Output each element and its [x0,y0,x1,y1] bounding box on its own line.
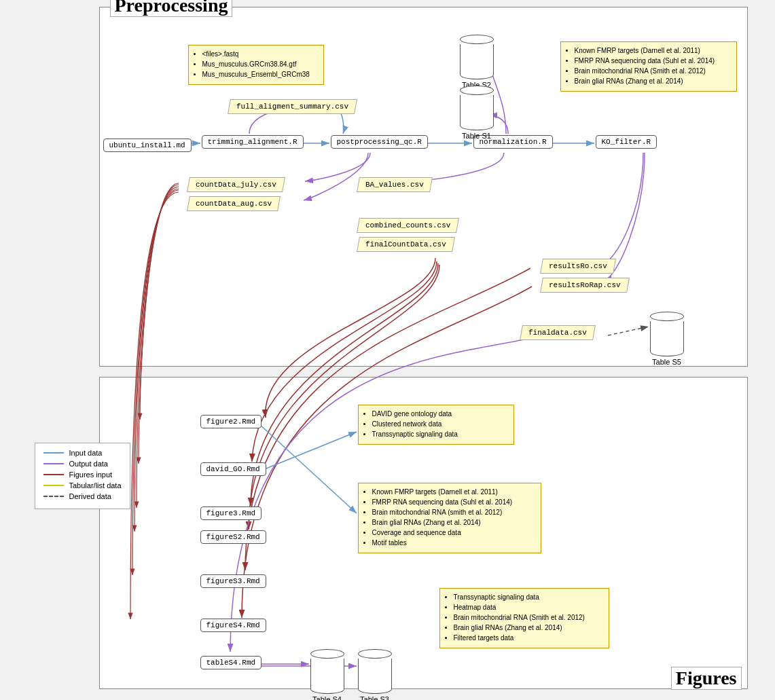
trimming-node: trimming_alignment.R [202,135,304,149]
david-inputs-note: DAVID gene ontology data Clustered netwo… [358,405,514,445]
figure3-node: figure3.Rmd [200,506,262,520]
table-s2-db: Table S2 [460,35,494,89]
legend-item-input: Input data [43,449,122,457]
tables4-node: tableS4.Rmd [200,656,262,669]
figures-title: Figures [671,667,742,690]
tabular-data-line [43,485,64,486]
output-data-line [43,463,64,464]
figures3-node: figureS3.Rmd [200,574,266,588]
postprocessing-node: postprocessing_qc.R [331,135,428,149]
ko-filter-node: KO_filter.R [596,135,657,149]
legend-item-figures: Figures input [43,471,122,479]
ba-values-csv: BA_values.csv [357,177,433,192]
preprocessing-title: Preprocessing [110,0,233,17]
diagram-wrapper: Preprocessing <files>.fastq Mus_musculus… [21,0,755,686]
figure-inputs-note: Known FMRP targets (Darnell et al. 2011)… [358,483,541,553]
countdata-aug-csv: countData_aug.csv [187,196,281,211]
input-files-note: <files>.fastq Mus_musculus.GRCm38.84.gtf… [188,45,324,85]
figures4-inputs-note: Transsynaptic signaling data Heatmap dat… [439,588,609,648]
preprocessing-section: Preprocessing <files>.fastq Mus_musculus… [99,7,748,367]
figures2-node: figureS2.Rmd [200,530,266,544]
legend-figures-label: Figures input [69,471,113,479]
legend: Input data Output data Figures input Tab… [35,443,130,509]
svg-line-7 [608,327,649,335]
figures-input-line [43,474,64,475]
table-s3-db: Table S3 [358,649,392,700]
table-s4-out-db: Table S4 [310,649,344,700]
derived-data-line [43,496,64,497]
legend-item-output: Output data [43,460,122,468]
figures-section: Figures figure2.Rmd david_GO.Rmd figure3… [99,377,748,689]
figures4-node: figureS4.Rmd [200,619,266,632]
legend-derived-label: Derived data [69,492,111,500]
svg-line-10 [259,432,357,471]
input-data-line [43,452,64,454]
results-ro-csv: resultsRo.csv [540,259,616,274]
svg-line-11 [259,424,357,513]
combined-counts-csv: combined_counts.csv [357,218,459,233]
final-count-data-csv: finalCountData.csv [357,237,455,252]
countdata-july-csv: countData_july.csv [187,177,285,192]
legend-output-label: Output data [69,460,109,468]
legend-input-label: Input data [69,449,103,457]
figure2-node: figure2.Rmd [200,415,262,428]
finaldata-csv: finaldata.csv [520,325,596,340]
table-s1-db: Table S1 [460,86,494,140]
full-alignment-csv: full_aligment_summary.csv [228,99,357,114]
ko-filter-inputs-note: Known FMRP targets (Darnell et al. 2011)… [560,41,737,92]
legend-tabular-label: Tabular/list data [69,481,122,490]
legend-item-derived: Derived data [43,492,122,500]
results-rorap-csv: resultsRoRap.csv [540,278,630,293]
legend-item-tabular: Tabular/list data [43,481,122,490]
ubuntu-install-node: ubuntu_install.md [103,139,192,152]
david-go-node: david_GO.Rmd [200,462,266,476]
table-s5-db: Table S5 [650,312,684,366]
